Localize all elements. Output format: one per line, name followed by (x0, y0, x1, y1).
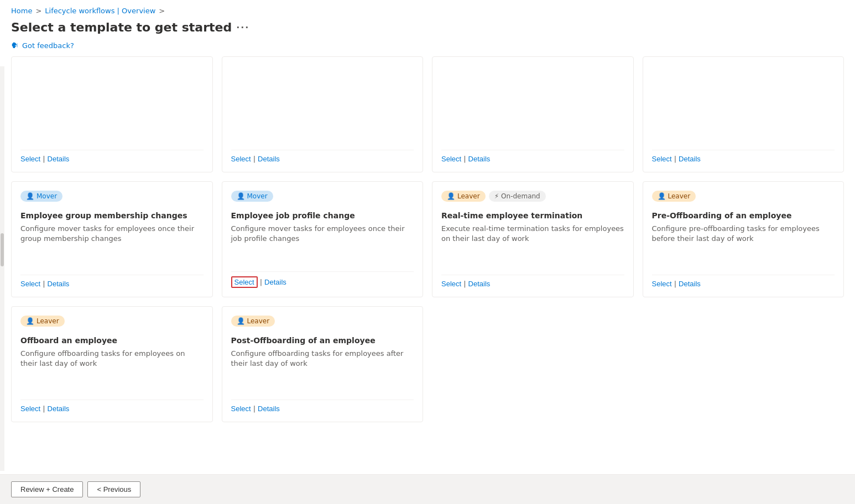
template-card-7: 👤 Leaver ⚡ On-demand Real-time employee … (432, 181, 634, 297)
card-5-select[interactable]: Select (20, 280, 40, 288)
card-1-content (20, 66, 204, 141)
feedback-label[interactable]: Got feedback? (22, 41, 74, 50)
card-9-actions: Select | Details (20, 400, 204, 413)
page-title-row: Select a template to get started ··· (0, 18, 855, 39)
card-7-details[interactable]: Details (468, 280, 491, 288)
card-10-actions: Select | Details (231, 400, 414, 413)
lightning-icon-7: ⚡ (494, 192, 499, 200)
card-10-select[interactable]: Select (231, 405, 251, 413)
card-6-badges: 👤 Mover (231, 191, 414, 206)
card-10-content: 👤 Leaver Post-Offboarding of an employee… (231, 316, 414, 391)
card-6-details[interactable]: Details (264, 278, 286, 286)
card-1-select[interactable]: Select (20, 155, 40, 163)
template-card-1: Select | Details (11, 56, 213, 172)
card-4-select[interactable]: Select (652, 155, 672, 163)
card-4-details[interactable]: Details (679, 155, 701, 163)
person-icon-8: 👤 (658, 192, 666, 200)
breadcrumb-sep1: > (35, 7, 41, 15)
card-1-details[interactable]: Details (48, 155, 70, 163)
card-8-title: Pre-Offboarding of an employee (652, 211, 835, 221)
card-9-badge-leaver: 👤 Leaver (20, 316, 65, 327)
breadcrumb-home[interactable]: Home (11, 7, 32, 15)
card-5-badge-mover: 👤 Mover (20, 191, 62, 202)
feedback-bar[interactable]: 🗣 Got feedback? (0, 39, 855, 56)
card-10-title: Post-Offboarding of an employee (231, 335, 414, 345)
card-3-select[interactable]: Select (441, 155, 461, 163)
card-6-content: 👤 Mover Employee job profile change Conf… (231, 191, 414, 262)
card-3-details[interactable]: Details (468, 155, 491, 163)
card-9-badges: 👤 Leaver (20, 316, 204, 331)
template-card-4: Select | Details (643, 56, 844, 172)
breadcrumb-sep2: > (159, 7, 165, 15)
person-icon-10: 👤 (237, 317, 245, 325)
card-6-desc: Configure mover tasks for employees once… (231, 224, 414, 244)
cards-row-1: Select | Details Select | Details Select… (11, 56, 844, 172)
person-icon-6: 👤 (237, 192, 245, 200)
breadcrumb-lifecycle[interactable]: Lifecycle workflows | Overview (45, 7, 155, 15)
card-2-actions: Select | Details (231, 150, 414, 163)
card-6-actions: Select | Details (231, 271, 414, 288)
card-5-content: 👤 Mover Employee group membership change… (20, 191, 204, 266)
feedback-icon: 🗣 (11, 41, 19, 50)
page-title: Select a template to get started (11, 20, 232, 34)
card-7-badge-ondemand: ⚡ On-demand (489, 191, 546, 202)
cards-container: Select | Details Select | Details Select… (0, 56, 855, 431)
card-5-title: Employee group membership changes (20, 211, 204, 221)
card-8-desc: Configure pre-offboarding tasks for empl… (652, 224, 835, 244)
card-7-title: Real-time employee termination (441, 211, 624, 221)
card-5-details[interactable]: Details (48, 280, 70, 288)
card-4-actions: Select | Details (652, 150, 835, 163)
card-10-badge-leaver: 👤 Leaver (231, 316, 275, 327)
scrollbar-track[interactable] (0, 66, 4, 470)
breadcrumb: Home > Lifecycle workflows | Overview > (0, 0, 855, 18)
person-icon-7: 👤 (447, 192, 455, 200)
card-2-select[interactable]: Select (231, 155, 251, 163)
template-card-3: Select | Details (432, 56, 634, 172)
card-2-details[interactable]: Details (258, 155, 280, 163)
card-5-desc: Configure mover tasks for employees once… (20, 224, 204, 244)
card-8-details[interactable]: Details (679, 280, 701, 288)
card-9-details[interactable]: Details (48, 405, 70, 413)
card-5-actions: Select | Details (20, 275, 204, 288)
scrollbar-thumb[interactable] (1, 233, 4, 266)
card-6-badge-mover: 👤 Mover (231, 191, 273, 202)
card-8-badge-leaver: 👤 Leaver (652, 191, 696, 202)
card-3-actions: Select | Details (441, 150, 624, 163)
card-3-content (441, 66, 624, 141)
person-icon-9: 👤 (26, 317, 34, 325)
template-card-9: 👤 Leaver Offboard an employee Configure … (11, 306, 213, 422)
card-6-title: Employee job profile change (231, 211, 414, 221)
card-9-title: Offboard an employee (20, 335, 204, 345)
card-7-desc: Execute real-time termination tasks for … (441, 224, 624, 244)
cards-row-2: 👤 Mover Employee group membership change… (11, 181, 844, 297)
card-8-actions: Select | Details (652, 275, 835, 288)
card-7-badges: 👤 Leaver ⚡ On-demand (441, 191, 624, 206)
card-8-badges: 👤 Leaver (652, 191, 835, 206)
card-8-content: 👤 Leaver Pre-Offboarding of an employee … (652, 191, 835, 266)
card-7-badge-leaver: 👤 Leaver (441, 191, 486, 202)
card-9-desc: Configure offboarding tasks for employee… (20, 349, 204, 369)
card-9-content: 👤 Leaver Offboard an employee Configure … (20, 316, 204, 391)
card-2-content (231, 66, 414, 141)
person-icon: 👤 (26, 192, 34, 200)
template-card-8: 👤 Leaver Pre-Offboarding of an employee … (643, 181, 844, 297)
card-5-badges: 👤 Mover (20, 191, 204, 206)
card-7-content: 👤 Leaver ⚡ On-demand Real-time employee … (441, 191, 624, 266)
card-10-desc: Configure offboarding tasks for employee… (231, 349, 414, 369)
card-1-actions: Select | Details (20, 150, 204, 163)
card-7-select[interactable]: Select (441, 280, 461, 288)
card-9-select[interactable]: Select (20, 405, 40, 413)
card-7-actions: Select | Details (441, 275, 624, 288)
card-10-badges: 👤 Leaver (231, 316, 414, 331)
template-card-6: 👤 Mover Employee job profile change Conf… (222, 181, 424, 297)
template-card-2: Select | Details (222, 56, 424, 172)
template-card-10: 👤 Leaver Post-Offboarding of an employee… (222, 306, 424, 422)
more-options-icon[interactable]: ··· (236, 22, 249, 33)
card-4-content (652, 66, 835, 141)
card-10-details[interactable]: Details (258, 405, 280, 413)
cards-row-3: 👤 Leaver Offboard an employee Configure … (11, 306, 844, 422)
card-6-select[interactable]: Select (231, 276, 258, 288)
template-card-5: 👤 Mover Employee group membership change… (11, 181, 213, 297)
card-8-select[interactable]: Select (652, 280, 672, 288)
